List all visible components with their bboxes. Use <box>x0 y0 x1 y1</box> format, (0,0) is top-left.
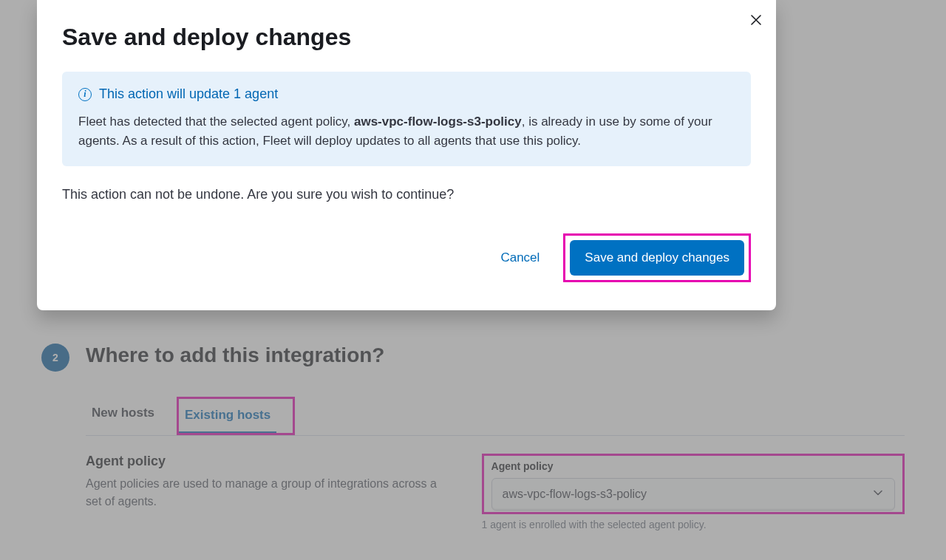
close-button[interactable] <box>749 13 763 30</box>
close-icon <box>749 16 763 29</box>
save-deploy-modal: Save and deploy changes i This action wi… <box>37 0 776 310</box>
modal-actions: Cancel Save and deploy changes <box>62 233 751 282</box>
callout-policy-name: aws-vpc-flow-logs-s3-policy <box>354 115 522 129</box>
callout-body: Fleet has detected that the selected age… <box>78 112 735 151</box>
save-deploy-button[interactable]: Save and deploy changes <box>570 240 744 276</box>
info-icon: i <box>78 88 92 101</box>
callout-header: i This action will update 1 agent <box>78 86 735 102</box>
info-callout: i This action will update 1 agent Fleet … <box>62 72 751 166</box>
callout-body-prefix: Fleet has detected that the selected age… <box>78 115 354 129</box>
highlight-save-button: Save and deploy changes <box>563 233 751 282</box>
confirm-text: This action can not be undone. Are you s… <box>62 187 751 202</box>
callout-title: This action will update 1 agent <box>99 86 278 102</box>
modal-title: Save and deploy changes <box>62 24 751 51</box>
cancel-button[interactable]: Cancel <box>494 243 545 273</box>
